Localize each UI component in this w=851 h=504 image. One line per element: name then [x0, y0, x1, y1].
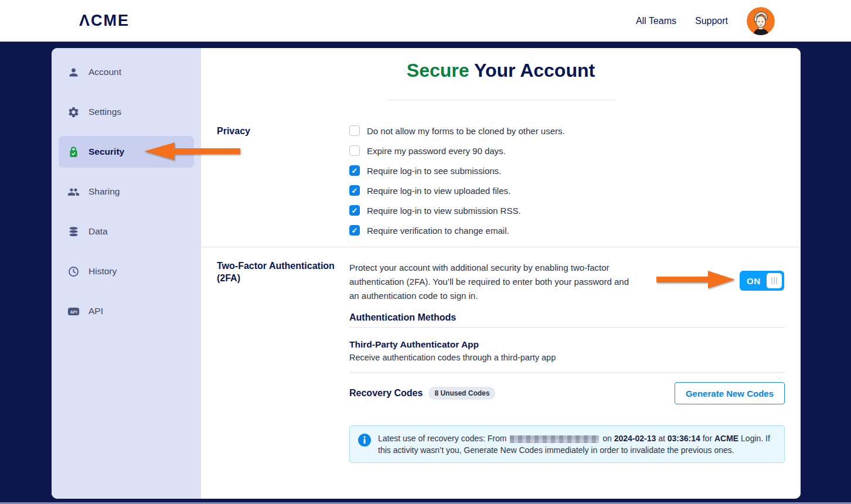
checkbox-label: Do not allow my forms to be cloned by ot… [367, 126, 565, 136]
gear-icon [67, 106, 80, 118]
checkbox[interactable] [349, 145, 360, 156]
privacy-option-login-submissions[interactable]: Require log-in to see submissions. [349, 165, 565, 176]
sidebar-item-data[interactable]: Data [59, 216, 194, 247]
user-icon [67, 66, 80, 79]
sidebar-item-label: Data [88, 226, 108, 237]
title-divider [387, 100, 615, 100]
method-description: Receive authentication codes through a t… [349, 353, 556, 362]
checkbox-label: Require log-in to view uploaded files. [367, 186, 510, 196]
redacted-ip [510, 435, 599, 443]
top-nav: All Teams Support [636, 7, 775, 35]
section-divider [201, 247, 801, 247]
checkbox[interactable] [349, 205, 360, 216]
sidebar-item-label: History [88, 266, 117, 277]
privacy-option-login-uploaded-files[interactable]: Require log-in to view uploaded files. [349, 185, 565, 196]
twofa-section-label: Two-Factor Authentication (2FA) [217, 260, 343, 285]
checkbox[interactable] [349, 125, 360, 136]
privacy-option-clone-forms[interactable]: Do not allow my forms to be cloned by ot… [349, 125, 565, 136]
annotation-arrow-security [144, 142, 240, 161]
privacy-option-expire-password[interactable]: Expire my password every 90 days. [349, 145, 565, 156]
recovery-codes-label: Recovery Codes [349, 387, 423, 400]
privacy-option-verify-email-change[interactable]: Require verification to change email. [349, 225, 565, 236]
checkbox-label: Require log-in to see submissions. [367, 166, 501, 176]
top-bar: ΛCME All Teams Support [0, 0, 851, 42]
privacy-options: Do not allow my forms to be cloned by ot… [349, 125, 565, 245]
people-icon [67, 186, 80, 198]
divider [349, 372, 785, 373]
recovery-codes-label-group: Recovery Codes 8 Unused Codes [349, 387, 495, 400]
twofa-toggle[interactable]: ON [740, 271, 784, 291]
page-title: Secure Your Account [201, 60, 801, 81]
checkbox[interactable] [349, 225, 360, 236]
api-icon: API [67, 305, 80, 318]
sidebar-item-api[interactable]: API API [59, 295, 194, 327]
acme-logo: ΛCME [79, 12, 130, 30]
page-title-rest: Your Account [474, 60, 595, 81]
unused-codes-badge: 8 Unused Codes [428, 387, 495, 400]
sidebar-item-label: Settings [88, 107, 121, 117]
sidebar-item-sharing[interactable]: Sharing [59, 176, 194, 207]
svg-text:API: API [70, 309, 77, 314]
sidebar-item-history[interactable]: History [59, 256, 194, 287]
checkbox[interactable] [349, 185, 360, 196]
database-icon [67, 226, 80, 238]
annotation-arrow-toggle [656, 269, 735, 290]
checkbox-label: Require log-in to view submission RSS. [367, 206, 521, 216]
clock-icon [67, 265, 80, 278]
checkbox-label: Require verification to change email. [367, 226, 509, 236]
sidebar-item-account[interactable]: Account [59, 56, 194, 88]
page-title-highlight: Secure [407, 60, 469, 81]
lock-icon [67, 146, 80, 158]
generate-new-codes-button[interactable]: Generate New Codes [675, 382, 785, 404]
method-title: Third-Party Authenticator App [349, 339, 479, 350]
sidebar-item-settings[interactable]: Settings [59, 96, 194, 128]
privacy-option-login-rss[interactable]: Require log-in to view submission RSS. [349, 205, 565, 216]
info-icon [358, 434, 371, 447]
twofa-description: Protect your account with additional sec… [349, 261, 631, 303]
sidebar-item-label: API [88, 306, 103, 316]
toggle-knob[interactable] [767, 273, 782, 288]
auth-methods-heading: Authentication Methods [349, 312, 456, 324]
recovery-codes-row: Recovery Codes 8 Unused Codes Generate N… [349, 382, 785, 404]
checkbox[interactable] [349, 165, 360, 176]
nav-all-teams[interactable]: All Teams [636, 16, 676, 26]
sidebar-item-label: Sharing [88, 186, 120, 197]
recovery-notice: Latest use of recovery codes: From on 20… [349, 425, 785, 463]
avatar-illustration [747, 7, 775, 35]
checkbox-label: Expire my password every 90 days. [367, 146, 506, 156]
divider [349, 327, 785, 328]
sidebar: Account Settings Security Sharing [52, 48, 201, 499]
notice-text: Latest use of recovery codes: From on 20… [378, 433, 776, 456]
sidebar-item-label: Security [88, 147, 124, 157]
nav-support[interactable]: Support [695, 16, 728, 26]
toggle-on-label: ON [747, 276, 761, 286]
avatar[interactable] [747, 7, 775, 35]
sidebar-item-label: Account [88, 67, 121, 77]
privacy-section-label: Privacy [217, 125, 250, 138]
